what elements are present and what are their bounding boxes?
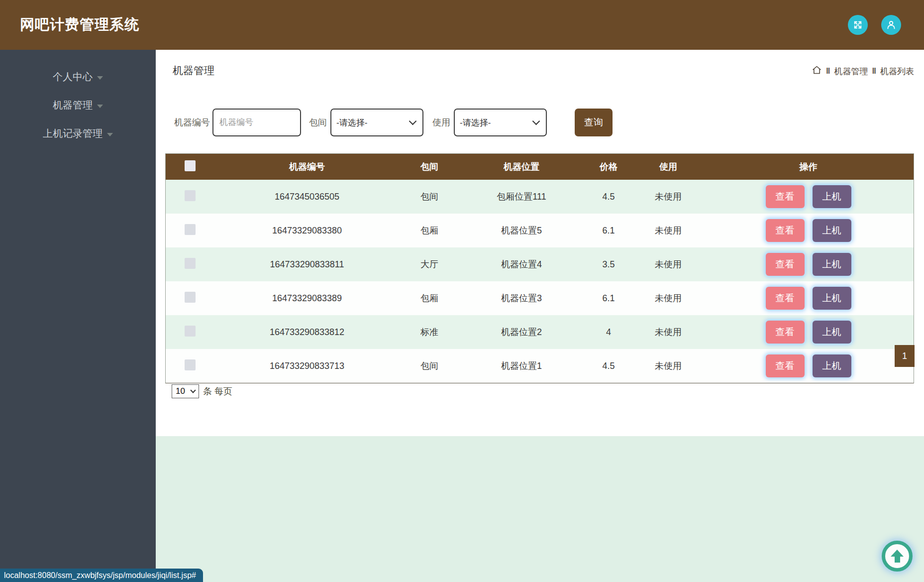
status-url: localhost:8080/ssm_zxwbjfsys/jsp/modules… (4, 571, 196, 580)
fullscreen-button[interactable] (848, 15, 868, 35)
sidebar-item-label: 上机记录管理 (43, 127, 103, 140)
row-checkbox[interactable] (185, 224, 196, 235)
sidebar-item-personal-center[interactable]: 个人中心 (0, 63, 156, 91)
cell-price: 4.5 (584, 192, 633, 202)
sidebar-menu: 个人中心 机器管理 上机记录管理 (0, 50, 156, 148)
table-row: 1647345036505 包间 包厢位置111 4.5 未使用 查看 上机 (166, 180, 914, 214)
row-select-cell (166, 292, 214, 305)
view-button[interactable]: 查看 (766, 185, 805, 208)
sidebar-item-label: 个人中心 (53, 70, 93, 84)
chevron-down-icon (97, 76, 103, 80)
view-button[interactable]: 查看 (766, 219, 805, 242)
header-actions (848, 0, 901, 50)
arrow-up-icon (891, 550, 904, 557)
usage-label: 使用 (432, 116, 450, 128)
app-header: 网吧计费管理系统 (0, 0, 924, 50)
cell-price: 6.1 (584, 293, 633, 304)
cell-usage: 未使用 (633, 326, 703, 338)
table-row: 16473329083380 包厢 机器位置5 6.1 未使用 查看 上机 (166, 214, 914, 247)
status-bar: localhost:8080/ssm_zxwbjfsys/jsp/modules… (0, 569, 203, 582)
cell-actions: 查看 上机 (703, 219, 914, 242)
user-icon (886, 19, 897, 30)
cell-usage: 未使用 (633, 292, 703, 304)
board-button[interactable]: 上机 (813, 321, 851, 344)
breadcrumb-item-machine-list[interactable]: 机器列表 (880, 66, 914, 77)
cell-machine-id: 164733290833713 (214, 361, 400, 371)
cell-room: 大厅 (400, 258, 459, 270)
page: 网吧计费管理系统 (0, 0, 924, 582)
cell-usage: 未使用 (633, 225, 703, 236)
cell-machine-id: 164733290833812 (214, 327, 400, 338)
scroll-to-top-button[interactable] (882, 541, 913, 572)
page-size-select[interactable]: 10 (172, 384, 199, 398)
machine-table: 机器编号 包间 机器位置 价格 使用 操作 1647345036505 包间 包… (165, 153, 914, 383)
board-button[interactable]: 上机 (813, 219, 851, 242)
row-checkbox[interactable] (185, 190, 196, 201)
sidebar: 个人中心 机器管理 上机记录管理 (0, 50, 156, 582)
cell-room: 标准 (400, 326, 459, 338)
machine-no-input[interactable] (212, 109, 301, 136)
breadcrumb-item-machine-management[interactable]: 机器管理 (834, 66, 868, 77)
arrow-up-icon-stem (895, 557, 900, 563)
cell-actions: 查看 上机 (703, 354, 914, 377)
row-select-cell (166, 326, 214, 339)
row-checkbox[interactable] (185, 326, 196, 337)
view-button[interactable]: 查看 (766, 287, 805, 310)
user-button[interactable] (881, 15, 901, 35)
room-select[interactable]: -请选择- (330, 109, 423, 136)
board-button[interactable]: 上机 (813, 253, 851, 276)
table-row: 164733290833713 包间 机器位置1 4.5 未使用 查看 上机 (166, 349, 914, 383)
select-all-cell (166, 160, 214, 174)
cell-location: 机器位置4 (459, 258, 584, 270)
usage-select-value: -请选择- (460, 117, 491, 128)
chevron-down-icon (532, 117, 540, 125)
cell-machine-id: 16473329083389 (214, 293, 400, 304)
expand-arrows-icon (853, 20, 863, 30)
app-title: 网吧计费管理系统 (20, 15, 139, 35)
page-size-suffix: 条 每页 (203, 385, 232, 397)
sidebar-item-machine-management[interactable]: 机器管理 (0, 91, 156, 119)
cell-actions: 查看 上机 (703, 185, 914, 208)
page-1-button[interactable]: 1 (895, 345, 915, 367)
home-icon[interactable] (812, 65, 822, 78)
cell-machine-id: 1647345036505 (214, 192, 400, 202)
chevron-down-icon (107, 133, 113, 136)
table-body: 1647345036505 包间 包厢位置111 4.5 未使用 查看 上机 1… (166, 180, 914, 383)
sidebar-item-session-records[interactable]: 上机记录管理 (0, 119, 156, 148)
cell-room: 包间 (400, 360, 459, 372)
cell-usage: 未使用 (633, 191, 703, 203)
select-all-checkbox[interactable] (185, 160, 196, 171)
view-button[interactable]: 查看 (766, 354, 805, 377)
filter-form: 机器编号 包间 -请选择- 使用 -请选择- 查询 (174, 109, 613, 136)
cell-location: 机器位置1 (459, 360, 584, 372)
room-label: 包间 (309, 116, 327, 128)
cell-machine-id: 16473329083380 (214, 226, 400, 236)
row-select-cell (166, 224, 214, 237)
footer-background (156, 436, 924, 582)
cell-room: 包间 (400, 191, 459, 203)
sidebar-item-label: 机器管理 (53, 99, 93, 112)
row-checkbox[interactable] (185, 258, 196, 269)
view-button[interactable]: 查看 (766, 321, 805, 344)
usage-select[interactable]: -请选择- (454, 109, 547, 136)
row-checkbox[interactable] (185, 292, 196, 303)
board-button[interactable]: 上机 (813, 185, 851, 208)
page-size-control: 10 条 每页 (172, 384, 232, 398)
board-button[interactable]: 上机 (813, 354, 851, 377)
row-checkbox[interactable] (185, 359, 196, 370)
search-button[interactable]: 查询 (575, 109, 613, 136)
view-button[interactable]: 查看 (766, 253, 805, 276)
header-machine-id: 机器编号 (214, 161, 400, 173)
table-row: 164733290833812 标准 机器位置2 4 未使用 查看 上机 (166, 315, 914, 349)
chevron-down-icon (409, 117, 417, 125)
chevron-down-icon (190, 387, 196, 393)
board-button[interactable]: 上机 (813, 287, 851, 310)
chevron-down-icon (97, 105, 103, 108)
breadcrumb-separator: ‖ (826, 66, 830, 76)
header-price: 价格 (584, 161, 633, 173)
cell-machine-id: 164733290833811 (214, 259, 400, 270)
cell-price: 4 (584, 327, 633, 338)
breadcrumb: ‖ 机器管理 ‖ 机器列表 (812, 65, 914, 78)
table-row: 164733290833811 大厅 机器位置4 3.5 未使用 查看 上机 (166, 247, 914, 281)
row-select-cell (166, 258, 214, 271)
